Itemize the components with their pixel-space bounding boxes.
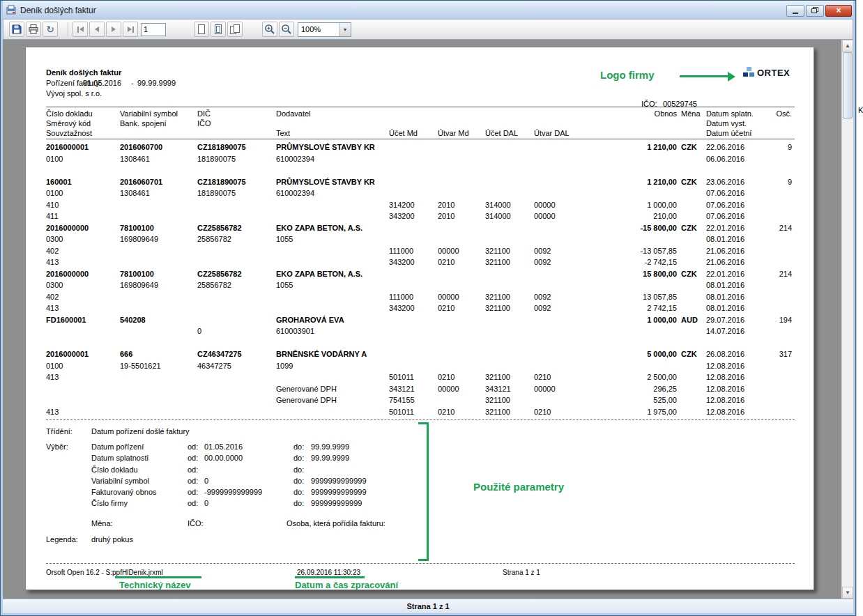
nav-last-button[interactable] [123, 22, 138, 37]
cell-u1: 501011 [389, 408, 431, 416]
nav-first-button[interactable] [72, 22, 88, 37]
layout-multi-page-button[interactable] [227, 22, 243, 37]
param-name: Datum pořízení [91, 442, 144, 451]
param-row: Datum pořízeníod:01.05.2016do:99.99.9999 [26, 442, 814, 454]
cell-c2: 19-5501621 [120, 362, 161, 370]
annotation-datetime-label: Datum a čas zpracování [295, 580, 398, 590]
save-button[interactable] [9, 22, 24, 37]
cell-c1: 413 [46, 408, 59, 416]
close-button[interactable]: × [825, 5, 852, 17]
param-row: Fakturovaný obnosod:-9999999999999do:999… [26, 488, 814, 499]
company-name: Vývoj spol. s r.o. [46, 89, 102, 98]
cell-c4: PRŮMYSLOVÉ STAVBY KR [276, 178, 375, 186]
od-value: 00.00.0000 [204, 454, 243, 462]
detail-end-rule [46, 419, 795, 420]
cell-u3: 314000 [485, 212, 524, 220]
column-header-row: Směrový kódBank. spojeníIČODatum vyst. [26, 119, 814, 129]
annotation-params-label: Použité parametry [473, 481, 564, 493]
param-row: Datum splatnostiod:00.00.0000do:99.99.99… [26, 454, 814, 465]
cell-amt: Obnos [583, 109, 677, 118]
cell-date: 12.08.2016 [706, 362, 744, 370]
cell-u2: 0210 [438, 373, 476, 381]
cell-amt: 15 800,00 [583, 270, 677, 278]
od-value: -9999999999999 [204, 488, 262, 496]
cell-amt: 1 210,00 [583, 178, 677, 186]
cell-c2: 169809649 [120, 235, 158, 243]
legend-value: druhý pokus [91, 535, 133, 544]
cell-u3: 321100 [485, 293, 524, 301]
cell-u4: 0092 [534, 258, 572, 266]
od-label: od: [188, 465, 198, 474]
cell-u2: 0210 [438, 408, 476, 416]
nav-prev-button[interactable] [89, 22, 105, 37]
annotation-tech-label: Technický název [119, 580, 190, 590]
page-number-input[interactable] [141, 23, 166, 36]
cell-c4: PRŮMYSLOVÉ STAVBY KR [276, 143, 375, 151]
annotation-logo-arrow-icon [728, 72, 735, 82]
cell-osc: Osč. [758, 109, 792, 118]
minimize-button[interactable] [786, 5, 804, 17]
annotation-datetime-underline [295, 576, 365, 578]
cell-date: Datum splatn. [706, 109, 754, 118]
cell-amt: 1 000,00 [583, 316, 677, 324]
refresh-button[interactable]: ↻ [43, 22, 58, 37]
cell-u2: 2010 [438, 201, 476, 209]
scroll-down-button[interactable]: ▼ [842, 587, 853, 599]
cell-u2: 00000 [438, 385, 476, 393]
zoom-dropdown-button[interactable]: ▼ [339, 23, 351, 36]
cell-amt: 2 742,15 [583, 304, 677, 312]
cell-c2: 169809649 [120, 281, 158, 289]
cell-date: 14.07.2016 [706, 327, 744, 335]
cell-date: Datum vyst. [706, 119, 747, 128]
cell-c4: 610003901 [276, 327, 314, 335]
cell-c4: 1055 [276, 281, 293, 289]
scrollbar-track[interactable] [842, 119, 853, 587]
preview-canvas: Deník došlých faktur Pořízení faktury: 0… [3, 40, 841, 599]
cell-u1: 111000 [389, 293, 431, 301]
zoom-select[interactable]: 100% ▼ [298, 22, 351, 37]
vertical-scrollbar[interactable]: ▲ ▼ [841, 40, 853, 599]
zoom-out-button[interactable] [279, 22, 294, 37]
table-row: 4103142002010314000000001 000,0007.06.20… [26, 201, 814, 213]
annotation-bracket-top [418, 422, 429, 424]
table-row: Generované DPH754155321100525,0012.08.20… [26, 396, 814, 408]
cell-c1: 410 [46, 201, 59, 209]
param-name: Číslo dokladu [91, 465, 138, 474]
cell-amt: -13 057,85 [583, 247, 677, 255]
currency-filter-label: Měna: [91, 519, 113, 528]
scroll-up-button[interactable]: ▲ [842, 40, 853, 52]
print-icon [28, 24, 39, 35]
annotation-bracket-vertical [427, 422, 429, 561]
layout-single-page-button[interactable] [194, 22, 209, 37]
table-row: 413501011021032110002101 975,0012.08.201… [26, 408, 814, 419]
zoom-in-button[interactable] [262, 22, 277, 37]
scrollbar-thumb[interactable] [843, 52, 853, 118]
footer-technical-name: Orsoft Open 16.2 - S:ppfHlDenik.jrxml [46, 569, 163, 576]
print-button[interactable] [26, 22, 41, 37]
last-page-icon [128, 26, 132, 32]
restore-button[interactable] [806, 5, 824, 17]
app-icon [6, 5, 17, 16]
do-label: do: [293, 465, 304, 474]
ico-filter-label: IČO: [188, 519, 204, 528]
cell-c4: GROHAROVÁ EVA [276, 316, 344, 324]
cell-c1: 160001 [46, 178, 72, 186]
person-filter-label: Osoba, která pořídila fakturu: [287, 519, 385, 528]
cell-u1: 111000 [389, 247, 431, 255]
cell-u1: 501011 [389, 373, 431, 381]
cell-c4: Generované DPH [276, 396, 337, 404]
single-page-icon [197, 24, 206, 35]
param-row: Variabilní symbolod:0do:9999999999999 [26, 477, 814, 488]
titlebar[interactable]: Deník došlých faktur × [3, 1, 853, 19]
cell-u3: 321100 [485, 247, 524, 255]
cell-amt: 13 057,85 [583, 293, 677, 301]
cell-date: 22.01.2016 [706, 224, 744, 232]
layout-fit-page-button[interactable] [211, 22, 226, 37]
prev-page-icon [95, 26, 99, 32]
cell-c2: 78100100 [120, 270, 154, 278]
company-logo: ORTEX [743, 67, 790, 78]
cell-osc: 214 [758, 270, 792, 278]
column-header: Číslo dokladuVariabilní symbolDIČDodavat… [26, 109, 814, 139]
cell-date: 08.01.2016 [706, 304, 744, 312]
nav-next-button[interactable] [106, 22, 121, 37]
